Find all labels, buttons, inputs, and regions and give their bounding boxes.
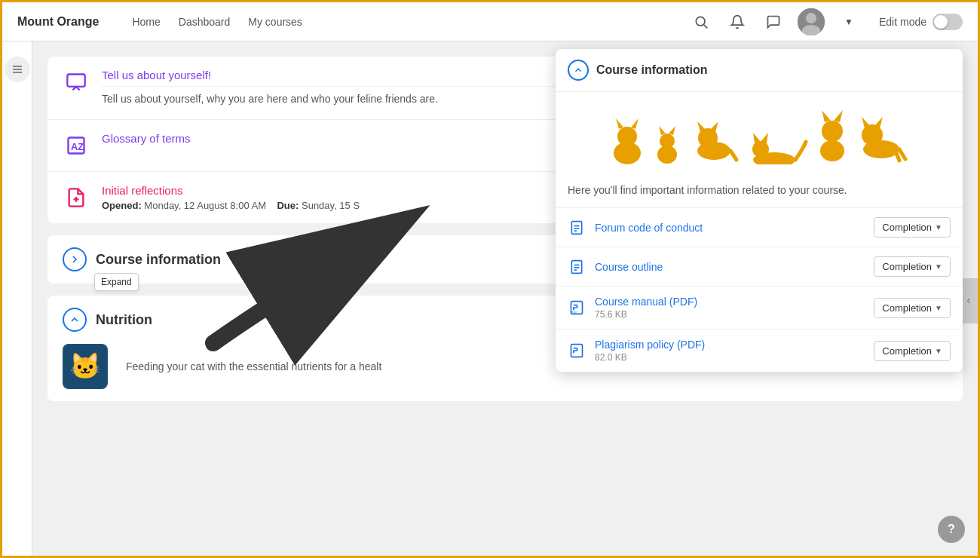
edit-mode-section: Edit mode bbox=[879, 14, 963, 30]
nav-dashboard[interactable]: Dashboard bbox=[179, 16, 231, 28]
svg-point-36 bbox=[820, 140, 844, 161]
svg-line-45 bbox=[899, 149, 905, 159]
nutrition-thumbnail: 🐱 bbox=[63, 344, 108, 389]
plagiarism-completion-button[interactable]: Completion ▼ bbox=[874, 341, 951, 361]
forum-doc-icon bbox=[568, 219, 586, 237]
forum-completion-button[interactable]: Completion ▼ bbox=[874, 217, 951, 238]
svg-text:🐱: 🐱 bbox=[69, 351, 101, 382]
forum-icon bbox=[63, 69, 90, 96]
sidebar-toggle bbox=[2, 41, 32, 558]
glossary-icon: AZ bbox=[63, 132, 90, 159]
svg-point-3 bbox=[806, 13, 816, 23]
svg-point-0 bbox=[696, 17, 705, 26]
svg-line-1 bbox=[704, 24, 708, 28]
manual-item-title[interactable]: Course manual (PDF) bbox=[595, 296, 865, 308]
svg-marker-21 bbox=[631, 118, 639, 129]
panel-title: Course information bbox=[596, 63, 708, 77]
top-navigation: Mount Orange Home Dashboard My courses bbox=[2, 2, 978, 41]
svg-rect-8 bbox=[67, 75, 84, 87]
svg-marker-25 bbox=[659, 126, 666, 135]
manual-completion-button[interactable]: Completion ▼ bbox=[874, 298, 951, 318]
panel-item-manual: PDF Course manual (PDF) 75.6 KB Completi… bbox=[556, 287, 963, 330]
opened-value: Monday, 12 August bbox=[144, 200, 230, 211]
panel-item-forum: Forum code of conduct Completion ▼ bbox=[556, 208, 963, 247]
notifications-icon[interactable] bbox=[725, 10, 749, 34]
manual-completion-arrow: ▼ bbox=[935, 304, 942, 312]
nutrition-collapse-icon[interactable] bbox=[63, 308, 87, 332]
expand-tooltip: Expand bbox=[94, 273, 139, 291]
help-label: ? bbox=[948, 523, 955, 536]
outline-completion-label: Completion bbox=[882, 261, 932, 272]
svg-marker-26 bbox=[669, 126, 675, 135]
svg-line-31 bbox=[730, 151, 737, 160]
toggle-knob bbox=[934, 15, 948, 29]
edit-mode-label: Edit mode bbox=[879, 16, 926, 28]
manual-item-content: Course manual (PDF) 75.6 KB bbox=[595, 296, 865, 320]
course-info-collapsed-title: Course information bbox=[96, 252, 221, 268]
manual-pdf-icon: PDF bbox=[568, 299, 586, 317]
sidebar-toggle-button[interactable] bbox=[5, 57, 30, 82]
nutrition-description: Feeding your cat with the essential nutr… bbox=[126, 359, 381, 375]
outline-item-content: Course outline bbox=[595, 261, 865, 273]
panel-description: Here you'll find important information r… bbox=[556, 176, 963, 208]
cats-svg bbox=[601, 104, 917, 164]
panel-item-outline: Course outline Completion ▼ bbox=[556, 247, 963, 287]
panel-item-plagiarism: Plagiarism policy (PDF) 82.0 KB Completi… bbox=[556, 330, 963, 372]
assignment-icon bbox=[63, 184, 90, 211]
nutrition-title: Nutrition bbox=[96, 312, 152, 328]
avatar[interactable] bbox=[798, 8, 825, 35]
svg-marker-38 bbox=[822, 110, 831, 122]
forum-item-title[interactable]: Forum code of conduct bbox=[595, 222, 865, 234]
svg-marker-30 bbox=[709, 121, 718, 132]
outline-doc-icon bbox=[568, 258, 586, 276]
nav-home[interactable]: Home bbox=[132, 16, 160, 28]
plagiarism-item-title[interactable]: Plagiarism policy (PDF) bbox=[595, 339, 865, 351]
manual-item-subtitle: 75.6 KB bbox=[595, 309, 865, 320]
outline-completion-arrow: ▼ bbox=[935, 262, 942, 271]
cats-banner bbox=[556, 92, 963, 176]
outline-item-title[interactable]: Course outline bbox=[595, 261, 865, 273]
brand-logo[interactable]: Mount Orange bbox=[17, 15, 99, 29]
course-info-panel: Course information bbox=[556, 49, 963, 372]
svg-marker-20 bbox=[616, 118, 623, 129]
svg-point-19 bbox=[617, 127, 637, 146]
svg-marker-39 bbox=[834, 110, 843, 122]
forum-completion-arrow: ▼ bbox=[935, 223, 942, 231]
time-value: 8:00 AM bbox=[230, 200, 266, 211]
svg-marker-29 bbox=[697, 121, 706, 132]
expand-button[interactable] bbox=[63, 247, 87, 271]
plagiarism-pdf-icon bbox=[568, 342, 586, 360]
svg-text:AZ: AZ bbox=[71, 141, 84, 152]
plagiarism-completion-label: Completion bbox=[882, 345, 932, 357]
manual-completion-label: Completion bbox=[882, 302, 932, 314]
due-value: Sunday, 15 S bbox=[302, 200, 360, 211]
outline-completion-button[interactable]: Completion ▼ bbox=[874, 256, 951, 277]
svg-marker-44 bbox=[874, 117, 883, 128]
svg-marker-35 bbox=[761, 133, 768, 143]
svg-point-37 bbox=[822, 121, 843, 142]
user-menu-chevron[interactable]: ▼ bbox=[837, 10, 861, 34]
edit-mode-toggle[interactable] bbox=[933, 14, 963, 30]
search-icon[interactable] bbox=[689, 10, 713, 34]
plagiarism-completion-arrow: ▼ bbox=[935, 347, 942, 355]
forum-completion-label: Completion bbox=[882, 222, 932, 233]
plagiarism-item-content: Plagiarism policy (PDF) 82.0 KB bbox=[595, 339, 865, 363]
opened-label: Opened: bbox=[102, 200, 142, 211]
main-layout: Tell us about yourself! Tell us about yo… bbox=[2, 41, 978, 558]
svg-point-24 bbox=[660, 133, 675, 149]
panel-header-icon bbox=[568, 60, 589, 81]
help-button[interactable]: ? bbox=[938, 516, 965, 543]
panel-header: Course information bbox=[556, 49, 963, 92]
svg-text:PDF: PDF bbox=[571, 311, 578, 314]
svg-marker-43 bbox=[862, 117, 871, 128]
svg-marker-34 bbox=[753, 133, 761, 143]
plagiarism-item-subtitle: 82.0 KB bbox=[595, 352, 865, 363]
due-label: Due: bbox=[277, 200, 299, 211]
forum-item-content: Forum code of conduct bbox=[595, 222, 865, 234]
topnav-icons: ▼ bbox=[689, 8, 861, 35]
messages-icon[interactable] bbox=[761, 10, 786, 34]
svg-point-33 bbox=[752, 141, 769, 158]
nav-my-courses[interactable]: My courses bbox=[248, 16, 302, 28]
